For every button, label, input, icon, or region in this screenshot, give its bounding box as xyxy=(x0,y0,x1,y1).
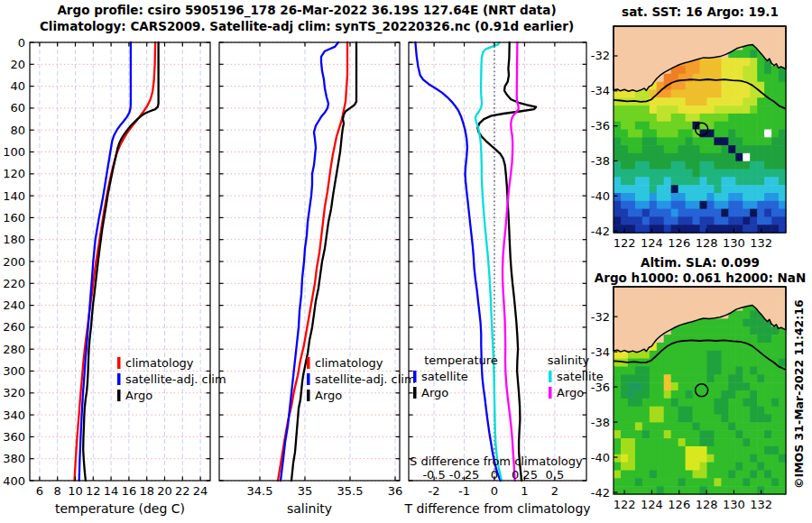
map-cell xyxy=(664,382,672,390)
s-tick-label: -0.5 xyxy=(422,468,445,482)
map-cell xyxy=(621,145,629,153)
map-cell xyxy=(671,90,679,98)
map-cell xyxy=(628,185,636,193)
map-cell xyxy=(757,58,765,66)
map-cell xyxy=(735,463,743,471)
map-cell xyxy=(650,422,658,430)
x-tick-label: 8 xyxy=(54,484,61,498)
map-cell xyxy=(750,50,758,58)
map-cell xyxy=(750,90,758,98)
map-cell xyxy=(664,335,672,343)
lat-tick-label: -40 xyxy=(591,451,610,464)
s-tick-label: -0.25 xyxy=(449,468,480,482)
map-cell xyxy=(628,122,636,130)
map-cell xyxy=(686,335,694,343)
map-cell xyxy=(642,161,651,170)
lon-tick-label: 130 xyxy=(723,498,745,511)
map-cell xyxy=(686,130,694,138)
map-cell xyxy=(635,185,643,193)
map-cell xyxy=(743,153,751,161)
depth-tick-label: 140 xyxy=(3,189,25,203)
map-cell xyxy=(721,122,729,130)
map-cell xyxy=(693,209,701,217)
map-cell xyxy=(721,382,729,390)
map-cell xyxy=(678,82,687,90)
map-cell xyxy=(757,114,765,122)
map-cell xyxy=(678,471,687,479)
map-cell xyxy=(750,193,758,201)
map-cell xyxy=(728,170,736,178)
map-cell xyxy=(764,106,772,114)
map-cell xyxy=(642,454,651,463)
map-cell xyxy=(779,407,787,415)
lon-tick-label: 124 xyxy=(641,498,663,511)
map-cell xyxy=(771,170,780,178)
map-cell xyxy=(693,66,701,74)
map-cell xyxy=(735,153,743,161)
map-cell xyxy=(771,209,780,217)
map-cell xyxy=(728,106,736,114)
map-cell xyxy=(743,311,751,319)
map-cell xyxy=(642,422,651,430)
map-cell xyxy=(664,430,672,438)
map-cell xyxy=(686,74,694,82)
map-cell xyxy=(757,478,765,486)
map-cell xyxy=(714,97,722,106)
map-cell xyxy=(628,153,636,161)
map-cell xyxy=(642,438,651,446)
map-cell xyxy=(714,153,722,161)
map-cell xyxy=(657,177,665,185)
map-cell xyxy=(657,170,665,178)
map-cell xyxy=(693,153,701,161)
map-cell xyxy=(664,161,672,170)
map-cell xyxy=(771,351,780,359)
map-cell xyxy=(735,343,743,351)
map-cell xyxy=(642,130,651,138)
map-cell xyxy=(764,407,772,415)
map-cell xyxy=(700,446,708,454)
map-cell xyxy=(657,471,665,479)
map-cell xyxy=(678,430,687,438)
lon-tick-label: 126 xyxy=(668,498,690,511)
map-cell xyxy=(757,209,765,217)
map-cell xyxy=(700,58,708,66)
map-cell xyxy=(642,390,651,399)
map-cell xyxy=(628,145,636,153)
map-cell xyxy=(779,137,787,145)
map-cell xyxy=(721,335,729,343)
legend-header: temperature xyxy=(424,353,498,367)
map-cell xyxy=(771,399,780,407)
map-cell xyxy=(671,177,679,185)
map-cell xyxy=(614,446,622,454)
map-cell xyxy=(721,201,729,209)
map-cell xyxy=(657,145,665,153)
map-cell xyxy=(678,153,687,161)
map-cell xyxy=(650,454,658,463)
map-cell xyxy=(771,422,780,430)
lat-tick-label: -34 xyxy=(591,84,610,97)
map-cell xyxy=(628,486,636,494)
map-cell xyxy=(635,454,643,463)
map-cell xyxy=(642,415,651,423)
map-cell xyxy=(664,130,672,138)
map-cell xyxy=(700,407,708,415)
map-cell xyxy=(635,161,643,170)
map-cell xyxy=(686,399,694,407)
map-cell xyxy=(721,478,729,486)
map-cell xyxy=(743,209,751,217)
map-cell xyxy=(735,430,743,438)
map-cell xyxy=(657,193,665,201)
map-cell xyxy=(779,438,787,446)
map-cell xyxy=(664,185,672,193)
map-cell xyxy=(700,318,708,326)
map-cell xyxy=(735,351,743,359)
map-cell xyxy=(750,58,758,66)
map-cell xyxy=(707,225,715,233)
x-tick-label: 34.5 xyxy=(247,484,273,498)
map-cell xyxy=(650,209,658,217)
map-cell xyxy=(743,367,751,375)
map-cell xyxy=(764,161,772,170)
map-cell xyxy=(657,122,665,130)
map-cell xyxy=(735,177,743,185)
map-cell xyxy=(728,225,736,233)
